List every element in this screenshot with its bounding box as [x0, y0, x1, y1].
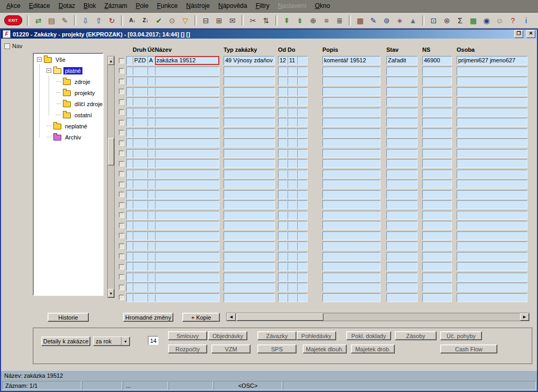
cell-c0[interactable] [126, 231, 133, 240]
cell-typ[interactable] [224, 180, 275, 189]
cell-c1[interactable] [297, 108, 308, 117]
detaily-k-zakazce-button[interactable]: Detaily k zakázce [41, 337, 90, 346]
cell-popis[interactable] [322, 170, 381, 179]
tree-item-1[interactable]: −platné [34, 65, 103, 76]
user-help-icon[interactable]: ☺ [493, 15, 506, 26]
row-checkbox[interactable] [119, 149, 125, 158]
cell-od[interactable] [278, 252, 287, 261]
record-scrollbar-track[interactable] [108, 65, 114, 289]
cell-od[interactable] [278, 67, 287, 76]
cell-ns[interactable] [422, 262, 452, 271]
cell-c1[interactable] [297, 293, 308, 302]
cell-ns[interactable] [422, 138, 452, 147]
pohledavky-button[interactable]: Pohledávky [296, 331, 336, 340]
majetek-drob-button[interactable]: Majetek drob. [351, 344, 395, 353]
cell-stav[interactable] [386, 149, 418, 158]
folder-reload-icon[interactable]: ↻ [105, 15, 118, 26]
scroll-down-button[interactable]: ▼ [108, 289, 114, 297]
cell-stav[interactable] [386, 262, 418, 271]
row-checkbox[interactable] [119, 118, 125, 127]
cell-c0[interactable] [126, 67, 133, 76]
cell-c0[interactable] [126, 77, 133, 86]
record-scrollbar[interactable]: ▲ ▼ [107, 56, 115, 298]
cell-c0[interactable] [126, 293, 133, 302]
horizontal-scrollbar[interactable]: ◀ ▶ [226, 313, 530, 321]
za-rok-select[interactable]: za rok ▼ [93, 337, 130, 346]
cell-ns[interactable] [422, 221, 452, 230]
cell-uc[interactable] [147, 241, 155, 250]
cell-do[interactable] [287, 252, 297, 261]
cell-druh[interactable] [133, 283, 147, 292]
cell-od[interactable] [278, 77, 287, 86]
cell-druh[interactable] [133, 293, 147, 302]
cell-nazev[interactable] [155, 262, 219, 271]
menu-item-1[interactable]: Editace [25, 0, 54, 12]
tree-item-6[interactable]: neplatné [34, 120, 103, 132]
cell-do[interactable] [287, 159, 297, 168]
editor-icon[interactable]: ✎ [367, 15, 380, 26]
zasoby-button[interactable]: Zásoby [395, 331, 437, 340]
cell-nazev[interactable] [155, 283, 219, 292]
globe-icon[interactable]: ⊚ [380, 15, 393, 26]
cell-do[interactable] [287, 200, 297, 209]
year-field[interactable]: 14 [148, 336, 159, 345]
cell-od[interactable] [278, 128, 287, 137]
cell-uc[interactable] [147, 87, 155, 96]
cell-c1[interactable] [297, 128, 308, 137]
historie-button[interactable]: Historie [48, 313, 89, 322]
cell-ns[interactable]: 46900 [422, 56, 452, 65]
cell-od[interactable] [278, 149, 287, 158]
cell-typ[interactable] [224, 128, 275, 137]
cell-druh[interactable] [133, 138, 147, 147]
cell-od[interactable] [278, 200, 287, 209]
collapse-icon[interactable]: − [47, 68, 51, 73]
cell-od[interactable]: 12 [278, 56, 287, 65]
cell-od[interactable] [278, 221, 287, 230]
cell-c0[interactable] [126, 56, 133, 65]
notebook-icon[interactable]: ▤ [45, 15, 58, 26]
cell-stav[interactable] [386, 128, 418, 137]
notebook-edit-icon[interactable]: ✎ [58, 15, 71, 26]
cell-od[interactable] [278, 211, 287, 220]
cell-druh[interactable] [133, 241, 147, 250]
cell-od[interactable] [278, 87, 287, 96]
cell-ns[interactable] [422, 200, 452, 209]
zavazky-button[interactable]: Závazky [257, 331, 296, 340]
cell-nazev[interactable] [155, 241, 219, 250]
cell-c1[interactable] [297, 241, 308, 250]
find-record-icon[interactable]: ⊕ [307, 15, 320, 26]
cell-nazev[interactable] [155, 273, 219, 282]
cell-nazev[interactable] [155, 108, 219, 117]
menu-item-7[interactable]: Nástroje [182, 0, 214, 12]
cell-uc[interactable] [147, 77, 155, 86]
cell-osoba[interactable] [457, 231, 527, 240]
print-icon[interactable]: ⊟ [199, 15, 212, 26]
row-checkbox[interactable] [119, 200, 125, 209]
cell-osoba[interactable] [457, 118, 527, 127]
cell-popis[interactable] [322, 118, 381, 127]
cell-typ[interactable] [224, 200, 275, 209]
cell-ns[interactable] [422, 149, 452, 158]
cell-osoba[interactable] [457, 108, 527, 117]
cell-c0[interactable] [126, 138, 133, 147]
cell-nazev[interactable] [155, 128, 219, 137]
cell-c1[interactable] [297, 170, 308, 179]
menu-item-9[interactable]: Filtry [252, 0, 274, 12]
cell-stav[interactable] [386, 97, 418, 106]
info-icon[interactable]: i [520, 15, 533, 26]
cell-typ[interactable] [224, 283, 275, 292]
cell-do[interactable] [287, 138, 297, 147]
menu-item-2[interactable]: Dotaz [54, 0, 79, 12]
cell-c0[interactable] [126, 252, 133, 261]
cell-nazev[interactable] [155, 200, 219, 209]
cell-ns[interactable] [422, 128, 452, 137]
cell-uc[interactable] [147, 273, 155, 282]
cell-ns[interactable] [422, 211, 452, 220]
cell-osoba[interactable] [457, 149, 527, 158]
cell-ns[interactable] [422, 87, 452, 96]
cell-stav[interactable] [386, 211, 418, 220]
list-records-icon[interactable]: ≣ [333, 15, 346, 26]
row-checkbox[interactable] [119, 190, 125, 199]
sps-button[interactable]: SPS [257, 344, 296, 353]
cell-druh[interactable] [133, 262, 147, 271]
